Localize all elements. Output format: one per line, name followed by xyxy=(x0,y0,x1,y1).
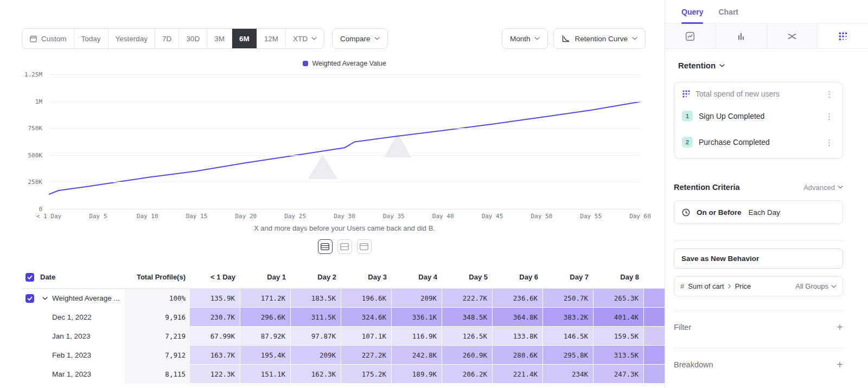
x-axis-label: Day 20 xyxy=(235,213,257,220)
retention-criteria-label: Retention Criteria xyxy=(674,183,803,192)
granularity-button[interactable]: Month xyxy=(502,28,548,49)
gridline xyxy=(49,74,640,75)
heatmap-cell: 295.8K xyxy=(543,346,593,365)
x-axis-label: Day 30 xyxy=(334,213,355,220)
add-filter-button[interactable]: + xyxy=(837,322,843,333)
chevron-down-icon xyxy=(374,37,380,40)
x-axis-label: Day 60 xyxy=(629,213,651,220)
tab-chart[interactable]: Chart xyxy=(718,0,738,23)
heatmap-cell: 87.92K xyxy=(240,327,291,346)
date-range-30d[interactable]: 30D xyxy=(178,29,207,48)
flows-tab[interactable] xyxy=(767,24,818,48)
chart-legend: Weighted Average Value xyxy=(49,60,640,67)
date-range-7d[interactable]: 7D xyxy=(155,29,178,48)
behavior-card-header[interactable]: Total spend of new users ⋮ xyxy=(674,82,843,103)
table-body: Weighted Average ...100%135.9K171.2K183.… xyxy=(22,289,665,384)
table-header-row: Date Total Profile(s) < 1 Day Day 1 Day … xyxy=(22,266,665,289)
heatmap-cell: 196.6K xyxy=(341,289,392,308)
breakdown-label: Breakdown xyxy=(674,360,713,369)
heatmap-cell: 122.3K xyxy=(190,365,240,384)
column-header: Day 5 xyxy=(442,266,493,288)
table-view-tall-button[interactable] xyxy=(357,239,372,254)
heatmap-cell: 209K xyxy=(392,289,442,308)
x-axis-label: Day 25 xyxy=(284,213,306,220)
retention-section-header[interactable]: Retention xyxy=(678,61,843,70)
date-range-3m[interactable]: 3M xyxy=(207,29,232,48)
heatmap-cell: 324.6K xyxy=(341,308,392,327)
behavior-card: Total spend of new users ⋮ 1 Sign Up Com… xyxy=(674,82,843,159)
kebab-menu-icon[interactable]: ⋮ xyxy=(824,90,835,98)
row-label: Mar 1, 2023 xyxy=(52,370,91,378)
retention-criteria-box[interactable]: On or Before Each Day xyxy=(674,200,843,224)
table-row[interactable]: Feb 1, 20237,912163.7K195.4K209K227.2K24… xyxy=(22,346,665,365)
row-checkbox[interactable] xyxy=(25,294,34,303)
behavior-grid-icon xyxy=(682,90,691,98)
compare-label: Compare xyxy=(340,35,371,43)
filter-label: Filter xyxy=(674,323,691,332)
table-row[interactable]: Weighted Average ...100%135.9K171.2K183.… xyxy=(22,289,665,308)
retention-table: Date Total Profile(s) < 1 Day Day 1 Day … xyxy=(22,266,665,384)
toolbar: Custom Today Yesterday 7D 30D 3M 6M 12M … xyxy=(22,28,665,49)
x-axis-label: Day 40 xyxy=(432,213,454,220)
heatmap-cell: 175.2K xyxy=(341,365,392,384)
date-range-12m[interactable]: 12M xyxy=(257,29,285,48)
kebab-menu-icon[interactable]: ⋮ xyxy=(824,138,835,147)
all-groups-dropdown[interactable]: All Groups xyxy=(795,282,837,290)
date-cell: Dec 1, 2022 xyxy=(38,308,125,327)
chart-type-label: Retention Curve xyxy=(575,35,628,43)
flows-icon xyxy=(787,31,797,41)
row-checkbox-cell xyxy=(22,346,38,365)
bar-chart-icon xyxy=(736,31,746,41)
chart-type-button[interactable]: Retention Curve xyxy=(553,28,646,49)
heatmap-cell: 159.5K xyxy=(593,327,644,346)
kebab-menu-icon[interactable]: ⋮ xyxy=(824,112,835,120)
x-axis-label: Day 45 xyxy=(482,213,503,220)
table-view-dense-button[interactable] xyxy=(318,239,333,254)
query-builder: Retention Total spend of new users ⋮ 1 S… xyxy=(665,49,868,370)
chevron-down-icon xyxy=(311,37,317,40)
date-range-6m[interactable]: 6M xyxy=(232,29,257,48)
row-checkbox-cell xyxy=(22,308,38,327)
funnels-tab[interactable] xyxy=(716,24,767,48)
save-as-new-behavior-button[interactable]: Save as New Behavior xyxy=(674,249,843,269)
rows-medium-icon xyxy=(340,243,349,250)
advanced-dropdown[interactable]: Advanced xyxy=(803,183,843,192)
chart: Weighted Average Value 1.25M1M750K500K25… xyxy=(22,60,665,254)
date-cell: Mar 1, 2023 xyxy=(38,365,125,384)
row-expander-icon[interactable] xyxy=(40,297,50,300)
column-header: Day 4 xyxy=(392,266,442,288)
behavior-step-2[interactable]: 2 Purchase Completed ⋮ xyxy=(674,129,843,155)
heatmap-cell: 280.6K xyxy=(493,346,543,365)
heatmap-cell: 126.5K xyxy=(442,327,493,346)
date-range-yesterday[interactable]: Yesterday xyxy=(108,29,155,48)
heatmap-cell: 162.3K xyxy=(291,365,341,384)
table-row[interactable]: Dec 1, 20229,916230.7K296.6K311.5K324.6K… xyxy=(22,308,665,327)
date-range-custom[interactable]: Custom xyxy=(22,29,74,48)
insights-tab[interactable] xyxy=(665,24,716,48)
heatmap-cell: 296.6K xyxy=(240,308,291,327)
heatmap-cell: 311.5K xyxy=(291,308,341,327)
x-axis-label: Day 5 xyxy=(89,213,107,220)
heatmap-cell: 234K xyxy=(543,365,593,384)
table-row[interactable]: Jan 1, 20237,21967.99K87.92K97.87K107.1K… xyxy=(22,327,665,346)
row-label: Dec 1, 2022 xyxy=(52,313,92,321)
calendar-icon xyxy=(29,35,37,43)
clipped-column-header xyxy=(644,266,665,288)
select-all-checkbox[interactable] xyxy=(25,273,34,282)
watermark-triangle xyxy=(308,155,337,179)
date-range-xtd[interactable]: XTD xyxy=(285,29,324,48)
heatmap-cell: 151.1K xyxy=(240,365,291,384)
heatmap-cell: 227.2K xyxy=(341,346,392,365)
table-view-medium-button[interactable] xyxy=(337,239,352,254)
add-breakdown-button[interactable]: + xyxy=(837,359,843,370)
date-range-today[interactable]: Today xyxy=(74,29,108,48)
table-row[interactable]: Mar 1, 20238,115122.3K151.1K162.3K175.2K… xyxy=(22,365,665,384)
retention-tab[interactable] xyxy=(818,24,868,48)
measure-row[interactable]: # Sum of cart Price All Groups xyxy=(674,276,843,296)
divider xyxy=(674,240,843,241)
tab-query[interactable]: Query xyxy=(681,0,703,23)
retention-line xyxy=(49,102,640,194)
heatmap-cell: 189.9K xyxy=(392,365,442,384)
compare-button[interactable]: Compare xyxy=(332,28,388,49)
behavior-step-1[interactable]: 1 Sign Up Completed ⋮ xyxy=(674,103,843,129)
